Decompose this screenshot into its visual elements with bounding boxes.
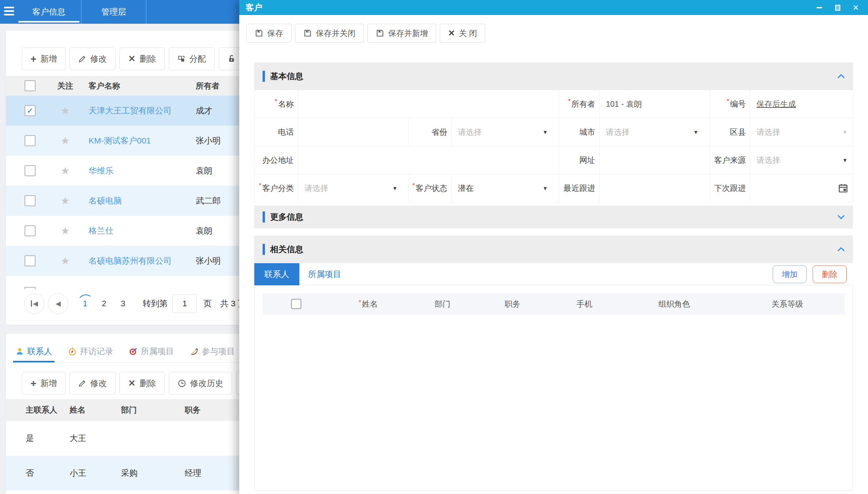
customer-name-link[interactable]: 华维乐 — [89, 165, 196, 176]
name-label: 名称 — [255, 90, 298, 118]
name-input[interactable] — [298, 90, 559, 118]
page-number-3[interactable]: 3 — [115, 296, 131, 311]
calendar-icon[interactable] — [838, 183, 848, 193]
delete-button[interactable]: ✕ 删除 — [119, 47, 165, 70]
star-icon[interactable]: ★ — [61, 135, 70, 147]
customer-name-link[interactable]: 名硕电脑苏州有限公司 — [89, 255, 196, 266]
first-page-icon — [31, 300, 32, 307]
chevron-down-icon[interactable] — [837, 215, 845, 219]
close-dialog-button[interactable]: ✕ — [852, 4, 859, 11]
row-checkbox[interactable] — [25, 225, 36, 236]
first-page-button[interactable]: ◀ — [24, 293, 45, 314]
last-follow-field[interactable] — [599, 174, 710, 202]
maximize-button[interactable] — [834, 4, 841, 11]
star-icon[interactable]: ★ — [61, 195, 70, 207]
save-and-new-button[interactable]: 保存并新增 — [367, 24, 436, 43]
row-checkbox[interactable] — [25, 195, 36, 206]
category-select[interactable]: 请选择 ▼ — [298, 174, 409, 202]
related-table-container: 姓名 部门 职务 手机 组织角色 关系等级 — [254, 285, 853, 491]
assign-button[interactable]: 分配 — [169, 47, 215, 70]
city-select[interactable]: 请选择 ▼ — [599, 118, 710, 146]
owner-cell: 成才 — [196, 105, 212, 116]
customer-dialog: 客户 ✕ 保存 保存并关闭 保存并新增 ✕ 关 闭 — [239, 0, 868, 494]
section-related-info[interactable]: 相关信息 — [254, 236, 853, 263]
select-all-checkbox[interactable] — [291, 299, 301, 309]
row-checkbox-checked[interactable]: ✓ — [25, 105, 36, 116]
dialog-title: 客户 — [246, 2, 262, 13]
name-column-header: 姓名 — [359, 299, 378, 309]
hamburger-menu-icon[interactable] — [4, 7, 15, 17]
goto-page-input[interactable] — [172, 294, 197, 313]
edit-button[interactable]: 修改 — [70, 47, 115, 70]
address-input[interactable] — [298, 146, 559, 174]
tab-contacts-related[interactable]: 联系人 — [254, 263, 299, 285]
section-basic-info[interactable]: 基本信息 — [254, 62, 853, 90]
clipped-row-checkbox — [25, 287, 36, 289]
customer-row[interactable]: ★ 格兰仕 袁朗 — [6, 216, 259, 246]
previous-page-icon: ◀ — [55, 300, 61, 308]
website-input[interactable] — [599, 146, 710, 174]
customer-name-link[interactable]: 名硕电脑 — [89, 195, 196, 206]
customer-row[interactable]: ★ 名硕电脑 武二郎 — [6, 186, 259, 216]
row-checkbox[interactable] — [25, 255, 36, 266]
edit-contact-button[interactable]: 修改 — [70, 372, 115, 395]
code-generated-link[interactable]: 保存后生成 — [756, 99, 796, 109]
chevron-up-icon[interactable] — [837, 74, 845, 79]
customer-row[interactable]: ★ 华维乐 袁朗 — [6, 156, 259, 186]
add-contact-button[interactable]: + 新增 — [22, 372, 66, 395]
page-number-1[interactable]: 1 — [77, 296, 93, 311]
star-icon[interactable]: ★ — [61, 255, 70, 267]
page-number-2[interactable]: 2 — [96, 296, 112, 311]
star-icon[interactable]: ★ — [61, 105, 70, 117]
code-label: 编号 — [710, 90, 750, 118]
delete-row-button[interactable]: 删除 — [813, 265, 847, 283]
customer-name-link[interactable]: 天津大王工贸有限公司 — [89, 105, 196, 116]
next-follow-date-field[interactable] — [750, 174, 853, 202]
star-icon[interactable]: ★ — [61, 165, 70, 177]
clock-icon — [178, 379, 186, 388]
tab-participated-projects[interactable]: 参与项目 — [190, 340, 235, 362]
tab-contacts[interactable]: 联系人 — [15, 340, 52, 362]
previous-page-button[interactable]: ◀ — [48, 293, 68, 314]
district-select[interactable]: 请选择 ▼ — [750, 118, 853, 146]
customer-row[interactable]: ★ 名硕电脑苏州有限公司 张小明 — [6, 246, 259, 276]
maximize-icon — [835, 5, 840, 11]
row-checkbox[interactable] — [25, 135, 36, 146]
dialog-content: 基本信息 名称 所有者 101 - 袁朗 编号 保存后生成 电话 省份 请选择 … — [254, 62, 853, 491]
customer-name-link[interactable]: 格兰仕 — [89, 225, 196, 236]
star-icon[interactable]: ★ — [61, 225, 70, 237]
tab-projects-related[interactable]: 所属项目 — [308, 269, 341, 280]
customer-table: 关注 客户名称 所有者 ✓ ★ 天津大王工贸有限公司 成才 ★ KM-测试客户0… — [6, 76, 259, 276]
minimize-button[interactable] — [816, 4, 823, 11]
mobile-column-header: 手机 — [577, 299, 592, 309]
save-button[interactable]: 保存 — [246, 24, 291, 43]
section-more-info[interactable]: 更多信息 — [254, 206, 853, 228]
owner-field[interactable]: 101 - 袁朗 — [599, 90, 710, 118]
customer-name-link[interactable]: KM-测试客户001 — [89, 135, 196, 146]
chevron-up-icon[interactable] — [837, 247, 845, 252]
close-button[interactable]: ✕ 关 闭 — [440, 24, 485, 43]
source-select[interactable]: 请选择 ▼ — [750, 146, 853, 174]
tab-customer-info[interactable]: 客户信息 — [17, 0, 81, 24]
contact-row[interactable]: 否 小王 采购 经理 — [6, 456, 259, 490]
contact-row[interactable]: 是 大王 — [6, 421, 259, 456]
row-checkbox[interactable] — [25, 165, 36, 176]
customer-row[interactable]: ★ KM-测试客户001 张小明 — [6, 126, 259, 156]
province-select[interactable]: 请选择 ▼ — [452, 118, 559, 146]
add-button[interactable]: + 新增 — [22, 47, 66, 70]
province-label: 省份 — [409, 118, 452, 146]
delete-contact-button[interactable]: ✕ 删除 — [119, 372, 165, 395]
tab-owned-projects[interactable]: 所属项目 — [129, 340, 174, 362]
status-select[interactable]: 潜在 ▼ — [452, 174, 559, 202]
edit-history-button[interactable]: 修改历史 — [169, 372, 232, 395]
relation-level-column-header: 关系等级 — [772, 299, 803, 309]
related-table-header: 姓名 部门 职务 手机 组织角色 关系等级 — [263, 293, 845, 315]
add-row-button[interactable]: 增加 — [773, 265, 807, 283]
tab-visit-records[interactable]: 拜访记录 — [68, 340, 113, 362]
select-all-checkbox[interactable] — [25, 80, 36, 91]
tab-management[interactable]: 管理层 — [81, 0, 146, 24]
customer-row[interactable]: ✓ ★ 天津大王工贸有限公司 成才 — [6, 96, 259, 126]
source-label: 客户来源 — [710, 146, 750, 174]
save-and-close-button[interactable]: 保存并关闭 — [295, 24, 364, 43]
phone-input[interactable] — [298, 118, 409, 146]
